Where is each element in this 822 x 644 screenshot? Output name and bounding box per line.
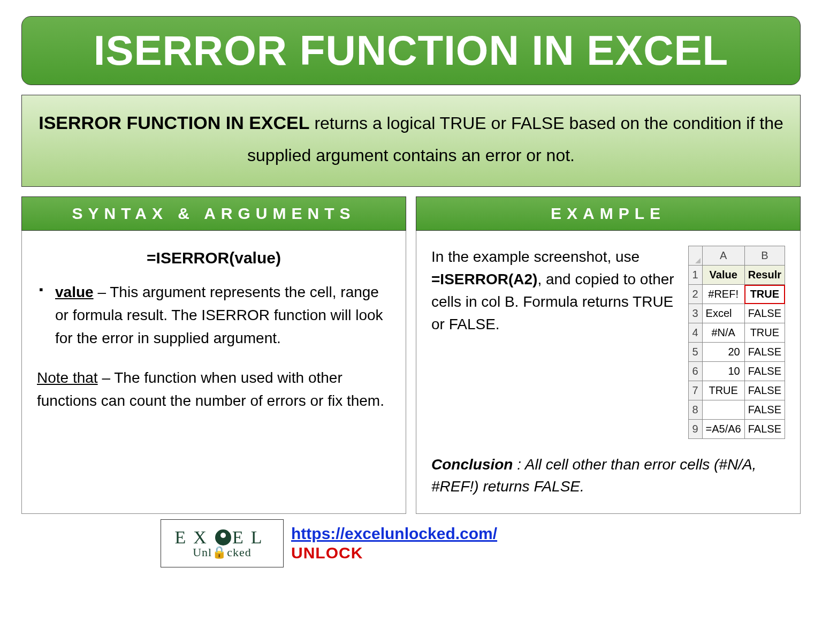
colhead-b: B <box>744 246 785 266</box>
example-text1: In the example screenshot, use <box>431 248 640 265</box>
rowhead: 9 <box>688 420 702 439</box>
syntax-formula: =ISERROR(value) <box>37 246 391 271</box>
argument-list: value – This argument represents the cel… <box>37 281 391 350</box>
cell-a <box>702 400 744 420</box>
table-corner <box>688 246 702 266</box>
cell-b: FALSE <box>744 420 785 439</box>
rowhead: 4 <box>688 323 702 343</box>
cell-a: 10 <box>702 362 744 381</box>
cell-b: TRUE <box>744 323 785 343</box>
description-rest: returns a logical TRUE or FALSE based on… <box>247 113 783 165</box>
cell-a: #REF! <box>702 285 744 304</box>
syntax-body: =ISERROR(value) value – This argument re… <box>21 231 406 514</box>
rowhead: 5 <box>688 343 702 362</box>
title-banner: ISERROR FUNCTION IN EXCEL <box>21 16 801 85</box>
logo: EX EL Unl🔒cked <box>161 519 284 567</box>
table-header-a: Value <box>702 266 744 285</box>
cell-b: FALSE <box>744 400 785 420</box>
cell-a: Excel <box>702 304 744 323</box>
cell-a: TRUE <box>702 381 744 400</box>
lock-icon <box>215 529 231 545</box>
rowhead: 3 <box>688 304 702 323</box>
cell-b: FALSE <box>744 343 785 362</box>
description-box: ISERROR FUNCTION IN EXCEL returns a logi… <box>21 95 801 187</box>
cell-a: #N/A <box>702 323 744 343</box>
logo-left: EX <box>175 527 214 548</box>
cell-a: 20 <box>702 343 744 362</box>
syntax-note: Note that – The function when used with … <box>37 366 391 413</box>
syntax-column: SYNTAX & ARGUMENTS =ISERROR(value) value… <box>21 196 406 514</box>
argument-name: value <box>55 284 94 300</box>
example-header: EXAMPLE <box>416 196 801 231</box>
argument-item: value – This argument represents the cel… <box>37 281 391 350</box>
cell-b: FALSE <box>744 304 785 323</box>
description-lead: ISERROR FUNCTION IN EXCEL <box>39 112 309 133</box>
cell-a: =A5/A6 <box>702 420 744 439</box>
logo-bottom: Unl🔒cked <box>193 545 252 559</box>
footer: EX EL Unl🔒cked https://excelunlocked.com… <box>21 519 801 567</box>
excel-table: A B 1 Value Resulr 2 #REF! TRUE 3 <box>688 246 785 439</box>
cell-b: FALSE <box>744 381 785 400</box>
conclusion-lead: Conclusion <box>431 456 513 473</box>
cell-b: FALSE <box>744 362 785 381</box>
footer-unlock: UNLOCK <box>291 544 497 562</box>
conclusion: Conclusion : All cell other than error c… <box>431 454 785 497</box>
colhead-a: A <box>702 246 744 266</box>
logo-right: EL <box>232 527 270 548</box>
logo-top: EX EL <box>175 527 270 548</box>
rowhead: 8 <box>688 400 702 420</box>
example-body: In the example screenshot, use =ISERROR(… <box>416 231 801 514</box>
example-formula: =ISERROR(A2) <box>431 271 537 287</box>
rowhead: 1 <box>688 266 702 285</box>
footer-link[interactable]: https://excelunlocked.com/ <box>291 525 497 543</box>
syntax-header: SYNTAX & ARGUMENTS <box>21 196 406 231</box>
cell-b-highlight: TRUE <box>744 285 785 304</box>
page-title: ISERROR FUNCTION IN EXCEL <box>33 26 789 75</box>
note-lead: Note that <box>37 369 98 386</box>
argument-desc: – This argument represents the cell, ran… <box>55 284 383 347</box>
example-column: EXAMPLE In the example screenshot, use =… <box>416 196 801 514</box>
rowhead: 2 <box>688 285 702 304</box>
rowhead: 6 <box>688 362 702 381</box>
rowhead: 7 <box>688 381 702 400</box>
example-text: In the example screenshot, use =ISERROR(… <box>431 246 680 336</box>
table-header-b: Resulr <box>744 266 785 285</box>
